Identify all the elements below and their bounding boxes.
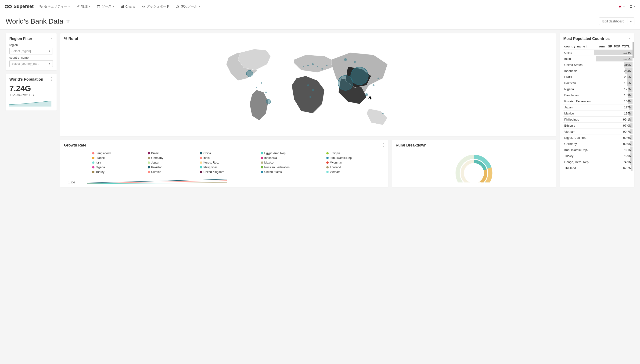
table-row[interactable]: Iran, Islamic Rep.78.1M	[563, 147, 632, 153]
legend-item[interactable]: Indonesia	[261, 156, 322, 160]
database-icon	[97, 5, 100, 8]
legend-item[interactable]: China	[200, 152, 256, 155]
rural-sunburst-chart[interactable]	[396, 150, 552, 182]
panel-menu-icon[interactable]: ⋮	[549, 36, 553, 40]
legend-item[interactable]: Thailand	[326, 166, 384, 169]
panel-menu-icon[interactable]: ⋮	[627, 36, 631, 40]
y-axis-tick: 1.20G	[64, 181, 75, 184]
growth-line-chart[interactable]	[87, 176, 384, 184]
table-row[interactable]: Nigeria177M	[563, 86, 632, 92]
table-row[interactable]: Japan127M	[563, 104, 632, 110]
col-country-name[interactable]: country_name⇅	[563, 43, 594, 50]
edit-dashboard-button[interactable]: Edit dashboard	[599, 18, 628, 25]
nav-source[interactable]: ソース▾	[97, 4, 114, 9]
nav-sql[interactable]: SQLツール▾	[176, 4, 200, 9]
table-row[interactable]: Turkey75.9M	[563, 153, 632, 159]
chevron-down-icon: ▼	[48, 62, 51, 65]
legend-item[interactable]: Bangladesh	[92, 152, 143, 155]
table-row[interactable]: Bangladesh159M	[563, 92, 632, 98]
bar-chart-icon	[121, 5, 124, 8]
table-row[interactable]: India1.30G	[563, 56, 632, 62]
legend-item[interactable]: Italy	[92, 161, 143, 164]
filter-country-label: country_name	[9, 56, 53, 59]
legend-item[interactable]: United Kingdom	[200, 170, 256, 174]
table-row[interactable]: China1.36G	[563, 50, 632, 56]
sort-desc-icon: ↓	[630, 45, 632, 48]
table-row[interactable]: Ethiopia97.0M	[563, 123, 632, 129]
favorite-star-icon[interactable]: ☆	[66, 18, 70, 24]
panel-title: Growth Rate	[64, 143, 384, 148]
region-select[interactable]: Select [region] ▼	[9, 48, 53, 54]
svg-rect-5	[123, 5, 124, 8]
svg-point-18	[307, 84, 309, 86]
legend-item[interactable]: Japan	[148, 161, 195, 164]
infinity-icon	[5, 3, 12, 10]
col-population[interactable]: sum__SP_POP_TOTL↓	[594, 43, 632, 50]
legend-dot-icon	[92, 162, 95, 164]
legend-item[interactable]: Ukraine	[148, 170, 195, 174]
table-row[interactable]: United States319M	[563, 62, 632, 68]
page-title: World's Bank Data ☆	[6, 17, 70, 25]
table-row[interactable]: Russian Federation144M	[563, 98, 632, 104]
filter-region-label: region	[9, 43, 53, 47]
nav-right: ▾ ▾	[618, 5, 635, 8]
legend-item[interactable]: France	[92, 156, 143, 160]
legend-item[interactable]: Germany	[148, 156, 195, 160]
user-menu[interactable]: ▾	[629, 5, 635, 8]
legend-item[interactable]: Turkey	[92, 170, 143, 174]
legend-item[interactable]: United States	[261, 170, 322, 174]
table-row[interactable]: Mexico125M	[563, 110, 632, 116]
svg-line-6	[143, 6, 144, 8]
panel-title: Rural Breakdown	[396, 143, 552, 148]
legend-item[interactable]: Myanmar	[326, 161, 384, 164]
table-row[interactable]: Egypt, Arab Rep.89.6M	[563, 135, 632, 141]
nav-security[interactable]: セキュリティー▾	[39, 4, 70, 9]
legend-item[interactable]: Nigeria	[92, 166, 143, 169]
legend-item[interactable]: Philippines	[200, 166, 256, 169]
chevron-down-icon: ▾	[634, 5, 635, 8]
table-row[interactable]: Germany80.9M	[563, 141, 632, 147]
table-row[interactable]: Pakistan185M	[563, 80, 632, 86]
top-navbar: Superset セキュリティー▾ 管理▾ ソース▾ Charts ダッシュボー…	[0, 0, 640, 13]
nav-dashboard[interactable]: ダッシュボード	[142, 4, 170, 9]
nav-manage[interactable]: 管理▾	[76, 4, 90, 9]
dashboard-actions-dropdown[interactable]: ▾	[628, 18, 634, 25]
legend-dot-icon	[261, 171, 263, 173]
table-row[interactable]: Indonesia254M	[563, 68, 632, 74]
panel-menu-icon[interactable]: ⋮	[50, 77, 54, 81]
svg-point-8	[351, 67, 368, 85]
svg-point-2	[97, 5, 100, 6]
legend-item[interactable]: Mexico	[261, 161, 322, 164]
brand-logo[interactable]: Superset	[5, 3, 34, 10]
user-icon	[629, 5, 633, 8]
legend-dot-icon	[148, 171, 150, 173]
table-row[interactable]: Brazil206M	[563, 74, 632, 80]
svg-point-20	[309, 96, 311, 98]
svg-point-13	[307, 65, 309, 66]
legend-item[interactable]: Pakistan	[148, 166, 195, 169]
legend-item[interactable]: Egypt, Arab Rep.	[261, 152, 322, 155]
legend-item[interactable]: Korea, Rep.	[200, 161, 256, 164]
legend-item[interactable]: Russian Federation	[261, 166, 322, 169]
nav-charts[interactable]: Charts	[121, 4, 135, 9]
panel-menu-icon[interactable]: ⋮	[381, 143, 385, 147]
legend-item[interactable]: Iran, Islamic Rep.	[326, 156, 384, 160]
table-row[interactable]: Philippines99.1M	[563, 116, 632, 123]
svg-point-11	[266, 99, 271, 104]
table-row[interactable]: Thailand67.7M	[563, 165, 632, 171]
legend-item[interactable]: Ethiopia	[326, 152, 384, 155]
table-row[interactable]: Congo, Dem. Rep.74.9M	[563, 159, 632, 165]
legend-item[interactable]: India	[200, 156, 256, 160]
country-select[interactable]: Select [country_na... ▼	[9, 60, 53, 67]
world-map-chart[interactable]	[64, 43, 552, 132]
legend-item[interactable]: Brazil	[148, 152, 195, 155]
legend-item[interactable]: Vietnam	[326, 170, 384, 174]
panel-menu-icon[interactable]: ⋮	[50, 36, 54, 40]
panel-menu-icon[interactable]: ⋮	[549, 143, 553, 147]
table-scrollbar[interactable]	[632, 42, 634, 58]
chevron-down-icon: ▾	[89, 5, 90, 8]
sort-icon: ⇅	[585, 45, 588, 48]
table-row[interactable]: Vietnam90.7M	[563, 129, 632, 135]
language-selector[interactable]: ▾	[618, 5, 624, 8]
most-populated-panel: ⋮ Most Populated Countries country_name⇅…	[559, 34, 634, 187]
